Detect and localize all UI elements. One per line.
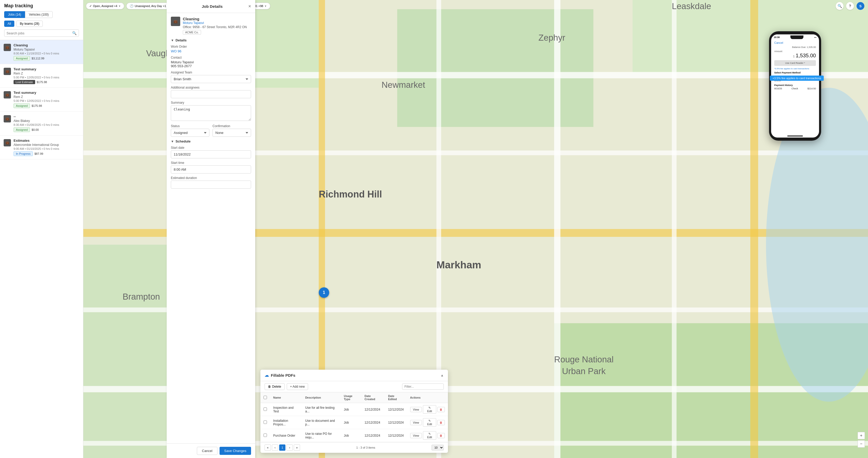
phone-history-title: Payment History (774, 84, 816, 87)
prev-page-button[interactable]: ‹ (272, 445, 278, 451)
filter-teams[interactable]: By teams (28) (17, 21, 43, 27)
delete-button[interactable]: 🗑 Delete (265, 383, 285, 390)
job-time: 9:00 AM • 01/10/2025 • 0 hrs 0 mins (13, 147, 80, 150)
job-client: Abercrombie International Group (13, 143, 80, 147)
phone-history-method: Check (792, 87, 798, 90)
filter-chip-open-assigned[interactable]: ✓ Open, Assigned +4 ▼ (86, 3, 124, 9)
row-checkbox[interactable] (264, 421, 267, 424)
additional-assignees-input[interactable] (171, 90, 251, 98)
view-button[interactable]: View (410, 407, 422, 412)
edit-button[interactable]: ✎ Edit (423, 418, 436, 427)
row-checkbox[interactable] (264, 433, 267, 437)
filter-box (402, 384, 444, 390)
job-client: Rem Z (13, 95, 80, 99)
status-confirmation-row: Status Assigned Confirmation None (171, 122, 251, 137)
last-page-button[interactable]: » (294, 445, 300, 451)
details-section-header[interactable]: ▼ Details (171, 38, 251, 42)
phone-card-reader-btn[interactable]: Use Card Reader * (774, 60, 816, 66)
job-item[interactable]: 💼 Test summary Rem Z 5:00 PM • 12/05/202… (0, 64, 83, 88)
pdf-usage-type: Job (341, 416, 362, 429)
row-checkbox[interactable] (264, 407, 267, 411)
edit-button[interactable]: ✎ Edit (423, 431, 436, 440)
page-size-select[interactable]: 10 (432, 445, 444, 451)
next-page-button[interactable]: › (286, 445, 293, 451)
zoom-out-button[interactable]: − (858, 440, 865, 448)
phone-amount-label: Amount (774, 50, 816, 53)
edit-button[interactable]: ✎ Edit (423, 405, 436, 414)
search-icon: 🔍 (72, 31, 76, 35)
phone-history-amount: $214.50 (807, 87, 816, 90)
start-date-input[interactable] (171, 150, 251, 158)
status-badge: In Progress (13, 151, 33, 156)
start-time-label: Start time (171, 161, 251, 165)
tab-jobs[interactable]: Jobs (14) (4, 11, 25, 18)
add-new-button[interactable]: + Add new (287, 383, 308, 390)
job-price: $3,112.99 (32, 57, 44, 60)
filter-input[interactable] (402, 384, 444, 390)
job-icon: 💼 (4, 68, 11, 75)
status-select[interactable]: Assigned (171, 129, 209, 137)
phone-amount-prefix: 1 (793, 55, 795, 58)
delete-row-button[interactable]: 🗑 (437, 433, 445, 438)
pdf-description: Use to raise PO for requ... (302, 429, 341, 442)
add-button[interactable]: + (2, 2, 10, 10)
first-page-button[interactable]: « (265, 445, 271, 451)
chip-label: Open, Assigned +4 (93, 4, 117, 7)
cancel-button[interactable]: Cancel (197, 447, 217, 455)
row-actions: View ✎ Edit 🗑 (410, 405, 445, 414)
job-client: Alex Blakey (13, 119, 80, 123)
job-icon: 💼 (4, 139, 11, 146)
table-row: Inspection and Test Use for all fire tes… (260, 403, 448, 416)
select-all-checkbox[interactable] (264, 396, 267, 399)
search-box: 🔍 (4, 29, 79, 37)
status-badge: Assigned (13, 56, 30, 61)
phone-notch (790, 35, 803, 39)
summary-textarea[interactable]: Cleaning (171, 105, 251, 121)
pdf-name: Purchase Order (270, 429, 302, 442)
zoom-in-button[interactable]: + (858, 432, 865, 439)
search-button[interactable]: 🔍 (836, 2, 843, 10)
summary-label: Summary (171, 101, 251, 104)
tab-vehicles[interactable]: Vehicles (100) (25, 11, 53, 18)
assigned-team-select[interactable]: Brian Smith (171, 75, 251, 83)
job-item[interactable]: 💼 -- Alex Blakey 8:30 AM • 01/08/2025 • … (0, 112, 83, 135)
contact-label: Contact (171, 56, 251, 59)
delete-row-button[interactable]: 🗑 (437, 407, 445, 412)
confirmation-select[interactable]: None (213, 129, 251, 137)
assignee-link[interactable]: Moturu Tapasvi (183, 21, 247, 25)
help-button[interactable]: ? (846, 2, 854, 10)
schedule-section-header[interactable]: ▼ Schedule (171, 140, 251, 143)
view-button[interactable]: View (410, 420, 422, 425)
phone-cancel-btn[interactable]: Cancel (774, 41, 816, 44)
phone-balance: Balance Due: 1,535.00 (774, 46, 816, 49)
job-time: 5:00 PM • 12/05/2022 • 0 hrs 0 mins (13, 76, 80, 79)
pagination-controls: « ‹ 1 › » (265, 445, 300, 451)
filter-all[interactable]: All (4, 21, 14, 27)
job-icon: 💼 (4, 115, 11, 122)
delete-row-button[interactable]: 🗑 (437, 420, 445, 425)
job-time: 5:00 PM • 12/05/2022 • 0 hrs 0 mins (13, 99, 80, 102)
map-marker[interactable]: 1 (319, 287, 329, 298)
job-name: Cleaning (13, 43, 80, 47)
job-info: Test summary Rem Z 5:00 PM • 12/05/2022 … (13, 91, 80, 108)
chevron-up-icon[interactable]: ▲ (440, 373, 444, 377)
phone-payment-section: Select Payment Method (774, 71, 816, 74)
job-item[interactable]: 💼 Estimates Abercrombie International Gr… (0, 135, 83, 159)
svg-rect-15 (554, 0, 560, 458)
job-item[interactable]: 💼 Cleaning Moturu Tapasvi 8:00 AM • 11/1… (0, 40, 83, 64)
start-time-input[interactable] (171, 165, 251, 174)
view-button[interactable]: View (410, 433, 422, 438)
chip-label: Unassigned, Any Day +1 (135, 4, 166, 7)
svg-text:Urban Park: Urban Park (562, 366, 606, 376)
search-input[interactable] (6, 31, 70, 35)
user-avatar[interactable]: S (857, 2, 864, 10)
duration-input[interactable] (171, 181, 251, 189)
fee-tooltip: +3.5% fee applies to card transactions (770, 75, 824, 81)
work-order-link[interactable]: WO 96 (171, 49, 251, 53)
job-item[interactable]: 💼 Test summary Rem Z 5:00 PM • 12/05/202… (0, 88, 83, 112)
save-button[interactable]: Save Changes (220, 447, 251, 455)
page-1-button[interactable]: 1 (279, 445, 285, 451)
close-button[interactable]: × (248, 4, 251, 9)
filter-chip-unassigned[interactable]: 🕐 Unassigned, Any Day +1 ▼ (126, 3, 173, 9)
job-client: Moturu Tapasvi (13, 48, 80, 51)
